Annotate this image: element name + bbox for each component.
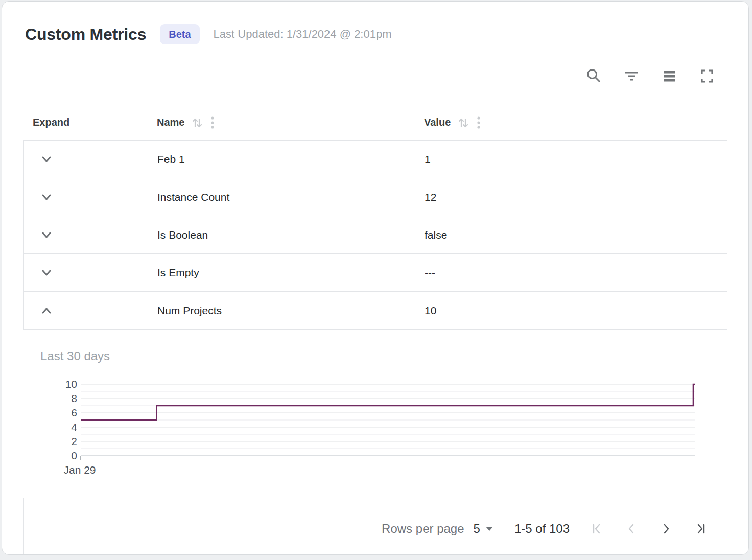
column-header-expand: Expand	[24, 116, 148, 128]
sort-value-button[interactable]	[457, 115, 469, 130]
chevron-down-icon	[39, 190, 54, 205]
value-cell: 10	[415, 292, 727, 329]
first-page-icon	[590, 522, 604, 536]
sort-icon	[191, 115, 203, 130]
first-page-button[interactable]	[589, 521, 604, 536]
chevron-left-icon	[624, 522, 639, 536]
table-row: Feb 1 1	[24, 141, 727, 178]
value-cell: 1	[415, 141, 727, 178]
search-button[interactable]	[585, 67, 602, 85]
table-row: Is Empty ---	[24, 253, 727, 291]
table-row: Is Boolean false	[24, 216, 727, 253]
chevron-up-icon	[39, 303, 54, 318]
svg-text:Jan 29: Jan 29	[63, 464, 96, 476]
previous-page-button[interactable]	[624, 521, 639, 536]
density-button[interactable]	[661, 67, 678, 85]
expand-row-button[interactable]	[36, 149, 57, 170]
column-menu-value-button[interactable]	[476, 115, 481, 130]
kebab-menu-icon	[476, 115, 481, 130]
svg-text:2: 2	[71, 435, 77, 447]
chevron-down-icon	[486, 527, 493, 531]
page-header: Custom Metrics Beta Last Updated: 1/31/2…	[25, 24, 392, 44]
filter-button[interactable]	[623, 67, 640, 85]
metric-name: Instance Count	[157, 191, 229, 203]
expand-row-button[interactable]	[36, 225, 57, 245]
chevron-down-icon	[39, 152, 54, 167]
metric-value: false	[425, 229, 447, 241]
expand-cell	[24, 292, 148, 329]
svg-text:0: 0	[71, 450, 77, 461]
last-page-icon	[694, 522, 708, 536]
svg-text:8: 8	[71, 392, 77, 404]
chevron-right-icon	[659, 522, 673, 536]
column-menu-name-button[interactable]	[210, 115, 215, 130]
fullscreen-icon	[698, 67, 716, 85]
chevron-down-icon	[39, 227, 54, 243]
table-toolbar	[585, 67, 716, 85]
density-icon	[661, 67, 678, 85]
sort-icon	[457, 115, 469, 130]
expand-cell	[24, 178, 148, 216]
expand-cell	[24, 254, 148, 291]
column-header-name-label: Name	[157, 116, 184, 128]
metric-value: 1	[425, 153, 431, 166]
value-cell: false	[415, 216, 727, 253]
custom-metrics-card: Custom Metrics Beta Last Updated: 1/31/2…	[2, 1, 749, 555]
expand-row-button[interactable]	[36, 263, 57, 283]
table-body: Feb 1 1 Instance Count 12	[24, 140, 727, 330]
sort-name-button[interactable]	[191, 115, 203, 130]
search-icon	[585, 67, 602, 85]
value-cell: ---	[415, 254, 727, 291]
expand-row-button[interactable]	[36, 187, 57, 207]
column-header-value-label: Value	[424, 116, 451, 128]
expand-cell	[24, 216, 148, 253]
next-page-button[interactable]	[659, 521, 674, 536]
expand-row-button[interactable]	[36, 300, 57, 321]
page-title: Custom Metrics	[25, 25, 146, 44]
value-cell: 12	[415, 178, 727, 216]
metric-value: 12	[425, 191, 436, 203]
chevron-down-icon	[39, 265, 54, 281]
metric-name: Is Empty	[157, 267, 199, 279]
rows-per-page-value: 5	[474, 522, 480, 536]
metric-value: 10	[425, 305, 436, 317]
rows-per-page-select[interactable]: 5	[464, 522, 493, 536]
name-cell: Feb 1	[148, 141, 415, 178]
last-updated-text: Last Updated: 1/31/2024 @ 2:01pm	[214, 28, 392, 41]
beta-badge: Beta	[160, 24, 199, 44]
name-cell: Num Projects	[148, 292, 415, 329]
metric-name: Is Boolean	[157, 229, 208, 241]
name-cell: Instance Count	[148, 178, 415, 216]
pagination-bar: Rows per page 5 1-5 of 103	[24, 498, 727, 554]
svg-text:4: 4	[71, 421, 77, 433]
column-header-name[interactable]: Name	[148, 115, 415, 130]
metric-name: Num Projects	[157, 305, 222, 317]
last-page-button[interactable]	[693, 521, 709, 536]
name-cell: Is Empty	[148, 254, 415, 291]
fullscreen-button[interactable]	[698, 67, 716, 85]
metric-history-chart: 0246810Jan 29	[2, 376, 748, 486]
metric-value: ---	[425, 267, 435, 279]
svg-text:6: 6	[71, 407, 77, 418]
filter-icon	[623, 67, 640, 85]
column-header-value[interactable]: Value	[415, 115, 727, 130]
pagination-range: 1-5 of 103	[514, 522, 570, 536]
table-row: Num Projects 10	[24, 291, 727, 329]
svg-text:10: 10	[65, 378, 77, 390]
kebab-menu-icon	[210, 115, 215, 130]
name-cell: Is Boolean	[148, 216, 415, 253]
table-header-row: Expand Name Value	[24, 105, 727, 140]
metric-name: Feb 1	[157, 153, 185, 166]
table-row: Instance Count 12	[24, 178, 727, 216]
chart-title: Last 30 days	[40, 349, 110, 363]
rows-per-page-label: Rows per page	[382, 522, 464, 536]
column-header-expand-label: Expand	[33, 116, 69, 128]
expand-cell	[24, 141, 148, 178]
